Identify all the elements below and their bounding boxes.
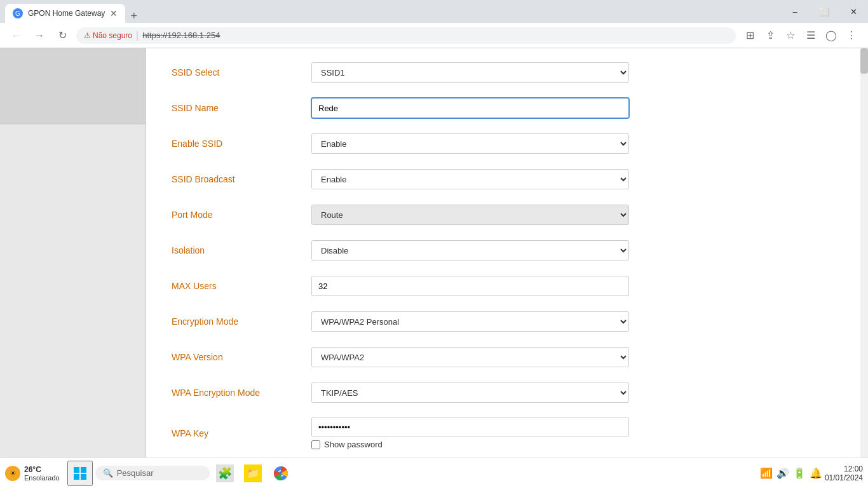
- main-form: SSID Select SSID1 SSID2 SSID3 SSID4 SSID…: [146, 48, 868, 458]
- encryption-mode-label: Encryption Mode: [172, 316, 311, 327]
- enable-ssid-field: Enable Disable: [311, 133, 629, 154]
- url-bar[interactable]: ⚠ Não seguro | https://192.168.1.254: [76, 27, 736, 44]
- bookmark-icon[interactable]: ☆: [782, 27, 799, 44]
- translate-icon[interactable]: ⊞: [741, 27, 759, 44]
- weather-icon: ☀: [5, 466, 20, 481]
- sidebar: [0, 48, 146, 458]
- ssid-select-field: SSID1 SSID2 SSID3 SSID4: [311, 62, 629, 83]
- wpa-key-label: WPA Key: [172, 428, 311, 438]
- ssid-name-label: SSID Name: [172, 103, 311, 113]
- taskbar-app-puzzle[interactable]: 🧩: [212, 461, 238, 486]
- ssid-name-field: [311, 98, 629, 118]
- weather-condition: Ensolarado: [24, 474, 60, 482]
- encryption-mode-field: WPA/WPA2 Personal WPA/WPA2 Enterprise No…: [311, 311, 629, 332]
- taskbar-system-icons: 📶 🔊 🔋 🔔: [760, 467, 822, 479]
- taskbar-app-explorer[interactable]: 📁: [240, 461, 266, 486]
- tab-favicon: G: [13, 8, 23, 18]
- ssid-broadcast-row: SSID Broadcast Enable Disable: [172, 168, 843, 191]
- close-button[interactable]: ✕: [839, 0, 868, 23]
- isolation-input[interactable]: Enable Disable: [311, 240, 629, 261]
- volume-icon[interactable]: 🔊: [776, 467, 789, 479]
- ssid-broadcast-label: SSID Broadcast: [172, 174, 311, 184]
- search-icon: 🔍: [103, 468, 113, 478]
- isolation-label: Isolation: [172, 245, 311, 255]
- max-users-field: [311, 276, 629, 296]
- wpa-encryption-field: TKIP/AES TKIP AES: [311, 383, 629, 403]
- wpa-key-field: Show password: [311, 417, 629, 449]
- wpa-encryption-label: WPA Encryption Mode: [172, 388, 311, 398]
- wpa-version-row: WPA Version WPA/WPA2 WPA WPA2: [172, 346, 843, 369]
- sidebar-icon[interactable]: ☰: [802, 27, 820, 44]
- ssid-select-input[interactable]: SSID1 SSID2 SSID3 SSID4: [311, 62, 629, 83]
- enable-ssid-input[interactable]: Enable Disable: [311, 133, 629, 154]
- max-users-label: MAX Users: [172, 281, 311, 291]
- scroll-track: [860, 48, 868, 458]
- new-tab-button[interactable]: +: [125, 10, 142, 23]
- url-text: https://192.168.1.254: [142, 30, 220, 40]
- encryption-mode-input[interactable]: WPA/WPA2 Personal WPA/WPA2 Enterprise No…: [311, 311, 629, 332]
- port-mode-label: Port Mode: [172, 210, 311, 220]
- wpa-key-row: WPA Key Show password: [172, 417, 843, 449]
- weather-temp: 26°C: [24, 465, 60, 474]
- back-button[interactable]: ←: [8, 27, 25, 44]
- show-password-label[interactable]: Show password: [324, 440, 383, 449]
- svg-rect-0: [74, 467, 79, 473]
- minimize-button[interactable]: –: [780, 0, 810, 23]
- address-bar: ← → ↻ ⚠ Não seguro | https://192.168.1.2…: [0, 23, 868, 48]
- weather-info: 26°C Ensolarado: [24, 465, 60, 482]
- svg-rect-3: [81, 474, 86, 480]
- search-placeholder: Pesquisar: [117, 468, 154, 478]
- show-password-checkbox[interactable]: [311, 440, 320, 449]
- wpa-encryption-input[interactable]: TKIP/AES TKIP AES: [311, 383, 629, 403]
- ssid-select-label: SSID Select: [172, 67, 311, 78]
- enable-ssid-label: Enable SSID: [172, 139, 311, 149]
- max-users-input[interactable]: [311, 276, 629, 296]
- ssid-name-row: SSID Name: [172, 97, 843, 119]
- tab-close-button[interactable]: ✕: [110, 8, 118, 18]
- encryption-mode-row: Encryption Mode WPA/WPA2 Personal WPA/WP…: [172, 310, 843, 333]
- taskbar-app-chrome[interactable]: [268, 461, 294, 486]
- port-mode-input[interactable]: Route Bridge: [311, 205, 629, 225]
- page-content: SSID Select SSID1 SSID2 SSID3 SSID4 SSID…: [0, 48, 868, 458]
- profile-icon[interactable]: ◯: [822, 27, 840, 44]
- enable-ssid-row: Enable SSID Enable Disable: [172, 132, 843, 155]
- forward-button[interactable]: →: [31, 27, 48, 44]
- menu-icon[interactable]: ⋮: [843, 27, 860, 44]
- ssid-name-input[interactable]: [311, 98, 629, 118]
- clock-date: 01/01/2024: [825, 473, 863, 482]
- taskbar: ☀ 26°C Ensolarado 🔍 Pesquisar 🧩 📁: [0, 458, 868, 488]
- isolation-field: Enable Disable: [311, 240, 629, 261]
- share-icon[interactable]: ⇪: [761, 27, 779, 44]
- isolation-row: Isolation Enable Disable: [172, 239, 843, 262]
- battery-icon[interactable]: 🔋: [793, 467, 806, 479]
- reload-button[interactable]: ↻: [53, 27, 71, 44]
- max-users-row: MAX Users: [172, 274, 843, 297]
- wpa-version-field: WPA/WPA2 WPA WPA2: [311, 347, 629, 367]
- wpa-encryption-row: WPA Encryption Mode TKIP/AES TKIP AES: [172, 381, 843, 404]
- svg-rect-1: [81, 467, 86, 473]
- port-mode-field: Route Bridge: [311, 205, 629, 225]
- tab-title: GPON Home Gateway: [28, 9, 105, 18]
- sidebar-logo-area: [0, 48, 146, 125]
- ssid-broadcast-input[interactable]: Enable Disable: [311, 169, 629, 189]
- start-button[interactable]: [67, 461, 93, 486]
- taskbar-search[interactable]: 🔍 Pesquisar: [95, 466, 210, 480]
- svg-rect-2: [74, 474, 79, 480]
- security-warning: ⚠ Não seguro: [84, 31, 132, 40]
- port-mode-row: Port Mode Route Bridge: [172, 203, 843, 226]
- wpa-version-label: WPA Version: [172, 352, 311, 362]
- browser-tab[interactable]: G GPON Home Gateway ✕: [5, 4, 125, 23]
- show-password-row: Show password: [311, 440, 629, 449]
- taskbar-clock[interactable]: 12:00 01/01/2024: [825, 464, 863, 482]
- scroll-thumb[interactable]: [860, 48, 868, 74]
- wpa-key-input[interactable]: [311, 417, 629, 437]
- maximize-button[interactable]: ⬜: [810, 0, 839, 23]
- ssid-select-row: SSID Select SSID1 SSID2 SSID3 SSID4: [172, 61, 843, 84]
- clock-time: 12:00: [825, 464, 863, 473]
- wpa-version-input[interactable]: WPA/WPA2 WPA WPA2: [311, 347, 629, 367]
- notification-icon[interactable]: 🔔: [810, 467, 822, 479]
- network-icon[interactable]: 📶: [760, 467, 773, 479]
- taskbar-weather: ☀ 26°C Ensolarado: [5, 465, 60, 482]
- ssid-broadcast-field: Enable Disable: [311, 169, 629, 189]
